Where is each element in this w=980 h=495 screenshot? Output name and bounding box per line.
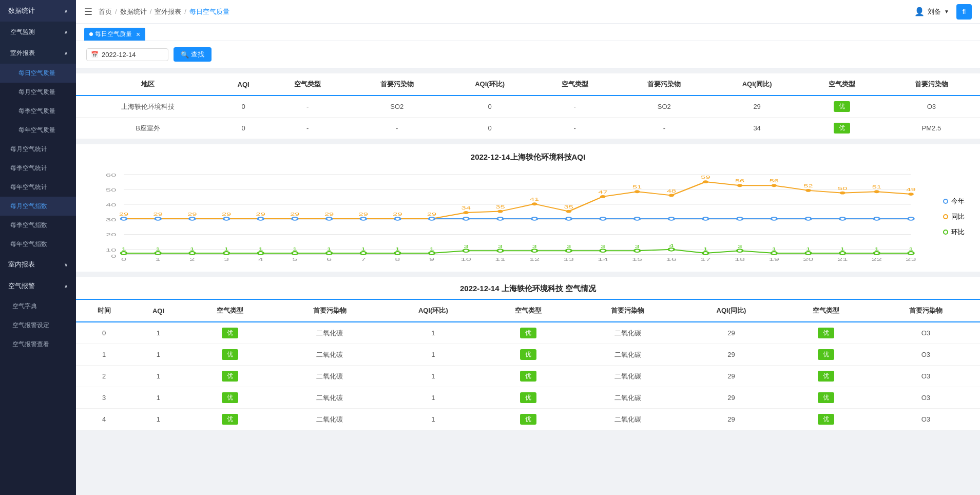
cell-air-type-tb: 优 — [801, 118, 883, 139]
sidebar-item-yearly-stats[interactable]: 每年空气统计 — [0, 178, 76, 197]
svg-text:1: 1 — [840, 246, 845, 252]
topbar: ☰ 首页 / 数据统计 / 室外报表 / 每日空气质量 👤 刘备 ▼ fi — [76, 0, 980, 24]
sidebar: 数据统计 ∧ 空气监测 ∧ 室外报表 ∧ 每日空气质量 每月空气质量 每季空气质… — [0, 0, 76, 495]
detail-cell-pollutant: 二氧化碳 — [276, 387, 384, 409]
notification-icon[interactable]: fi — [956, 4, 972, 20]
cell-pollutant-hb: SO2 — [616, 96, 713, 118]
tab-bar: 每日空气质量 × — [76, 24, 980, 41]
sidebar-section-data-stats[interactable]: 数据统计 ∧ — [0, 0, 76, 22]
svg-point-50 — [737, 184, 743, 187]
cell-aqi: 0 — [220, 96, 266, 118]
svg-point-38 — [532, 202, 537, 205]
sidebar-section-indoor-report[interactable]: 室内报表 ∨ — [0, 254, 76, 275]
sidebar-item-monthly-air[interactable]: 每月空气质量 — [0, 83, 76, 102]
breadcrumb-sep3: / — [184, 8, 186, 15]
detail-cell-air-type: 优 — [184, 409, 275, 430]
svg-text:3: 3 — [498, 244, 503, 249]
svg-text:7: 7 — [361, 256, 366, 262]
legend-tongbi: 同比 — [943, 212, 965, 221]
svg-text:3: 3 — [566, 244, 571, 249]
breadcrumb-home[interactable]: 首页 — [99, 7, 112, 16]
tab-daily-air-quality[interactable]: 每日空气质量 × — [84, 28, 145, 41]
svg-point-58 — [874, 190, 879, 193]
detail-cell-pollutant-tb: O3 — [872, 409, 980, 430]
svg-text:1: 1 — [326, 246, 331, 252]
search-button[interactable]: 🔍 查找 — [174, 47, 212, 62]
hamburger-icon[interactable]: ☰ — [84, 6, 92, 17]
search-bar: 📅 2022-12-14 🔍 查找 — [76, 41, 980, 68]
chart-section: 2022-12-14上海轶伦环境科技AQI 60 50 40 — [76, 144, 980, 272]
summary-table-section: 地区 AQI 空气类型 首要污染物 AQI(环比) 空气类型 首要污染物 AQI… — [76, 73, 980, 139]
svg-text:6: 6 — [326, 256, 332, 262]
tab-close-icon[interactable]: × — [136, 30, 140, 39]
sidebar-item-seasonal-stats[interactable]: 每季空气统计 — [0, 159, 76, 178]
sidebar-item-yearly-air[interactable]: 每年空气质量 — [0, 121, 76, 140]
svg-text:1: 1 — [430, 246, 434, 252]
svg-point-90 — [189, 252, 195, 255]
date-input-wrapper[interactable]: 📅 2022-12-14 — [86, 48, 168, 61]
sidebar-item-air-monitor[interactable]: 空气监测 ∧ — [0, 22, 76, 43]
user-dropdown-icon[interactable]: ▼ — [944, 9, 949, 14]
chevron-up-icon3: ∧ — [64, 283, 68, 289]
svg-text:51: 51 — [872, 184, 881, 189]
detail-cell-air-type-hb: 优 — [483, 366, 573, 387]
svg-point-124 — [771, 252, 777, 255]
detail-cell-pollutant-hb: 二氧化碳 — [573, 387, 682, 409]
cell-pollutant-hb: - — [616, 118, 713, 139]
svg-text:1: 1 — [395, 246, 400, 252]
sidebar-item-monthly-index[interactable]: 每月空气指数 — [0, 197, 76, 216]
col-pollutant: 首要污染物 — [349, 73, 446, 96]
detail-col-aqi: AQI — [132, 300, 184, 322]
detail-cell-aqi-tb: 29 — [682, 322, 780, 344]
detail-cell-pollutant-hb: 二氧化碳 — [573, 322, 682, 344]
svg-text:3: 3 — [738, 244, 742, 249]
chart-title: 2022-12-14上海轶伦环境科技AQI — [86, 153, 970, 162]
detail-cell-pollutant: 二氧化碳 — [276, 409, 384, 430]
detail-col-pollutant-hb: 首要污染物 — [573, 300, 682, 322]
sidebar-item-outdoor-report[interactable]: 室外报表 ∧ — [0, 43, 76, 64]
detail-cell-air-type-hb: 优 — [483, 322, 573, 344]
col-region: 地区 — [76, 73, 220, 96]
svg-point-42 — [600, 195, 606, 198]
svg-text:1: 1 — [293, 246, 297, 252]
svg-text:29: 29 — [324, 212, 334, 217]
detail-cell-air-type: 优 — [184, 366, 275, 387]
svg-text:3: 3 — [601, 244, 605, 249]
svg-point-73 — [497, 217, 503, 220]
sidebar-item-seasonal-index[interactable]: 每季空气指数 — [0, 216, 76, 235]
svg-text:12: 12 — [529, 256, 540, 262]
svg-text:48: 48 — [667, 188, 676, 194]
sidebar-item-monthly-stats[interactable]: 每月空气统计 — [0, 140, 76, 159]
sidebar-item-air-alert-view[interactable]: 空气报警查看 — [0, 335, 76, 354]
detail-cell-pollutant-tb: O3 — [872, 387, 980, 409]
svg-text:29: 29 — [256, 212, 265, 217]
user-area: 👤 刘备 ▼ fi — [914, 4, 972, 20]
sidebar-item-air-dictionary[interactable]: 空气字典 — [0, 297, 76, 316]
svg-text:1: 1 — [190, 246, 195, 252]
detail-cell-pollutant-hb: 二氧化碳 — [573, 409, 682, 430]
breadcrumb-data-stats[interactable]: 数据统计 — [120, 7, 147, 16]
svg-point-128 — [840, 252, 846, 255]
sidebar-section-air-alert[interactable]: 空气报警 ∧ — [0, 275, 76, 297]
svg-text:22: 22 — [872, 256, 882, 262]
sidebar-item-daily-air[interactable]: 每日空气质量 — [0, 64, 76, 83]
svg-text:41: 41 — [530, 197, 539, 202]
cell-aqi-tb: 29 — [713, 96, 801, 118]
sidebar-section-data-stats-label: 数据统计 — [8, 6, 35, 15]
username[interactable]: 刘备 — [928, 7, 941, 16]
date-value[interactable]: 2022-12-14 — [102, 51, 136, 59]
sidebar-item-yearly-index[interactable]: 每年空气指数 — [0, 235, 76, 254]
svg-point-126 — [805, 252, 811, 255]
svg-text:47: 47 — [598, 189, 607, 195]
detail-cell-pollutant-tb: O3 — [872, 366, 980, 387]
svg-text:9: 9 — [429, 256, 434, 262]
svg-text:59: 59 — [701, 175, 710, 180]
svg-point-86 — [121, 252, 127, 255]
detail-table-row: 1 1 优 二氧化碳 1 优 二氧化碳 29 优 O3 — [76, 344, 980, 366]
svg-point-114 — [600, 249, 606, 252]
detail-cell-pollutant-hb: 二氧化碳 — [573, 344, 682, 366]
sidebar-item-air-alert-setting[interactable]: 空气报警设定 — [0, 316, 76, 335]
breadcrumb-outdoor-report[interactable]: 室外报表 — [155, 7, 181, 16]
svg-text:0: 0 — [121, 256, 126, 262]
sidebar-item-seasonal-air[interactable]: 每季空气质量 — [0, 102, 76, 121]
